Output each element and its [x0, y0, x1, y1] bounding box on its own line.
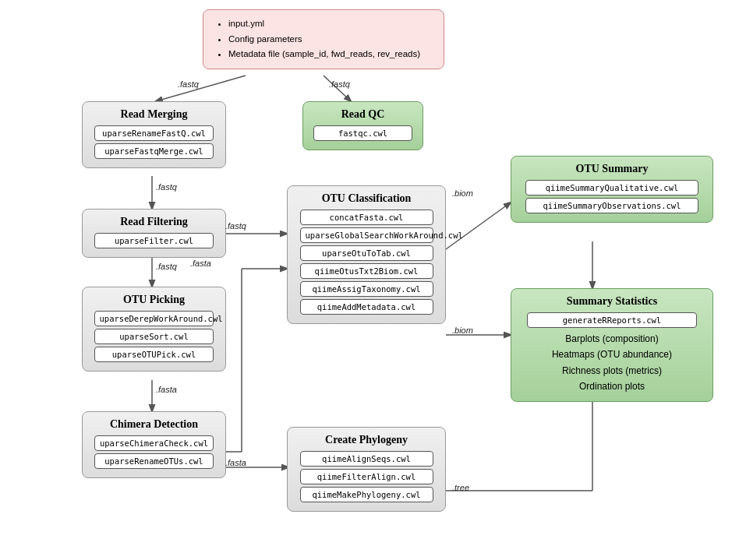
- label-fasta2: .fasta: [190, 259, 211, 268]
- cwl-fastqc: fastqc.cwl: [313, 125, 412, 141]
- input-box: input.yml Config parameters Metadata fil…: [203, 9, 444, 69]
- label-fastq2: .fastq: [329, 79, 350, 89]
- label-fastq4: .fastq: [225, 221, 246, 231]
- svg-line-0: [156, 76, 246, 101]
- cwl-qiimeFilterAlign: qiimeFilterAlign.cwl: [300, 469, 433, 484]
- read-filtering-box: Read Filtering uparseFilter.cwl: [82, 209, 226, 258]
- cwl-qiimeOtusTxt2Biom: qiimeOtusTxt2Biom.cwl: [300, 263, 433, 279]
- output-barplots: Barplots (composition): [518, 331, 706, 347]
- cwl-uparseOTUPick: uparseOTUPick.cwl: [94, 347, 214, 362]
- cwl-qiimeSummaryObservations: qiimeSummaryObservations.cwl: [525, 198, 698, 213]
- diagram-container: input.yml Config parameters Metadata fil…: [0, 0, 739, 560]
- output-heatmaps: Heatmaps (OTU abundance): [518, 347, 706, 362]
- otu-picking-title: OTU Picking: [87, 294, 221, 306]
- chimera-detection-box: Chimera Detection uparseChimeraCheck.cwl…: [82, 411, 226, 478]
- input-item-2: Config parameters: [228, 32, 433, 48]
- cwl-uparseOtuToTab: uparseOtuToTab.cwl: [300, 245, 433, 261]
- chimera-detection-title: Chimera Detection: [87, 418, 221, 431]
- cwl-uparseFastqMerge: uparseFastqMerge.cwl: [94, 143, 214, 159]
- cwl-qiimeMakePhylogeny: qiimeMakePhylogeny.cwl: [300, 487, 433, 502]
- summary-statistics-box: Summary Statistics generateRReports.cwl …: [511, 288, 713, 402]
- otu-classification-box: OTU Classification concatFasta.cwl upars…: [287, 185, 446, 324]
- input-item-1: input.yml: [228, 16, 433, 32]
- label-fasta3: .fasta: [225, 458, 246, 467]
- cwl-uparseSort: uparseSort.cwl: [94, 329, 214, 344]
- label-biom2: .biom: [452, 326, 473, 335]
- cwl-concatFasta: concatFasta.cwl: [300, 210, 433, 225]
- cwl-uparseChimeraCheck: uparseChimeraCheck.cwl: [94, 435, 214, 451]
- otu-summary-box: OTU Summary qiimeSummaryQualitative.cwl …: [511, 156, 713, 223]
- label-fastq1: .fastq: [178, 79, 199, 89]
- cwl-uparseDerepWorkAround: uparseDerepWorkAround.cwl: [94, 311, 214, 326]
- label-fastq3: .fastq: [156, 182, 177, 192]
- create-phylogeny-box: Create Phylogeny qiimeAlignSeqs.cwl qiim…: [287, 427, 446, 512]
- otu-summary-title: OTU Summary: [516, 163, 708, 175]
- cwl-uparseRenameFastQ: uparseRenameFastQ.cwl: [94, 125, 214, 141]
- label-biom1: .biom: [452, 188, 473, 198]
- cwl-uparseRenameOTUs: uparseRenameOTUs.cwl: [94, 453, 214, 469]
- cwl-uparseGlobal: uparseGlobalSearchWorkAround.cwl: [300, 227, 433, 243]
- cwl-qiimeSummaryQualitative: qiimeSummaryQualitative.cwl: [525, 180, 698, 195]
- read-qc-box: Read QC fastqc.cwl: [302, 101, 423, 150]
- input-item-3: Metadata file (sample_id, fwd_reads, rev…: [228, 47, 433, 62]
- label-fasta1: .fasta: [156, 385, 177, 394]
- label-fastq5: .fastq: [156, 262, 177, 271]
- cwl-uparseFilter: uparseFilter.cwl: [94, 233, 214, 248]
- output-richness: Richness plots (metrics): [518, 363, 706, 379]
- label-tree: .tree: [452, 483, 469, 492]
- summary-statistics-title: Summary Statistics: [518, 295, 706, 308]
- cwl-generateRReports: generateRReports.cwl: [527, 312, 697, 328]
- cwl-qiimeAlignSeqs: qiimeAlignSeqs.cwl: [300, 451, 433, 467]
- create-phylogeny-title: Create Phylogeny: [292, 434, 440, 446]
- cwl-qiimeAssigTaxonomy: qiimeAssigTaxonomy.cwl: [300, 281, 433, 297]
- cwl-qiimeAddMetadata: qiimeAddMetadata.cwl: [300, 299, 433, 315]
- output-ordination: Ordination plots: [518, 379, 706, 394]
- read-merging-box: Read Merging uparseRenameFastQ.cwl upars…: [82, 101, 226, 168]
- read-merging-title: Read Merging: [87, 108, 221, 121]
- read-filtering-title: Read Filtering: [87, 216, 221, 228]
- svg-line-10: [446, 203, 511, 249]
- otu-classification-title: OTU Classification: [292, 192, 440, 205]
- summary-outputs: Barplots (composition) Heatmaps (OTU abu…: [518, 331, 706, 395]
- read-qc-title: Read QC: [308, 108, 418, 121]
- otu-picking-box: OTU Picking uparseDerepWorkAround.cwl up…: [82, 287, 226, 372]
